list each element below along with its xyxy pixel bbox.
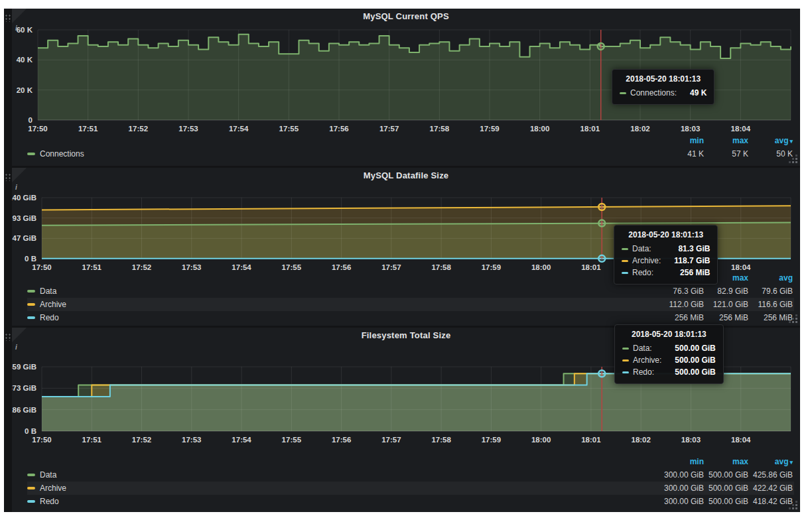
x-axis-tick-label: 18:02 [630, 125, 649, 133]
panel-resize-handle[interactable] [795, 321, 797, 323]
tooltip-series-value: 256 MiB [671, 267, 710, 279]
legend-series-row: Archive112.0 GiB121.0 GiB116.6 GiB [27, 298, 794, 311]
legend-min-value: 300.00 GiB [661, 484, 705, 493]
tooltip-series-label: Archive: [633, 354, 661, 366]
x-axis-tick-label: 17:53 [182, 436, 201, 444]
panel-drag-grip[interactable] [5, 14, 11, 22]
legend-min-value: 300.00 GiB [661, 470, 705, 480]
crosshair-point-marker [598, 370, 605, 377]
y-axis-tick-label: 0 B [25, 255, 36, 263]
x-axis-tick-label: 17:53 [178, 125, 198, 133]
legend-sort-min[interactable]: min [661, 136, 705, 145]
tooltip-series-row: Data:81.3 GiB [622, 243, 710, 255]
x-axis-tick-label: 18:03 [681, 436, 701, 444]
x-axis-tick-label: 17:56 [332, 263, 351, 271]
y-axis-tick-label: 0 [29, 116, 33, 124]
series-color-dash-icon [622, 248, 628, 250]
x-axis-tick-label: 18:04 [731, 436, 751, 444]
legend-series-redo[interactable]: Redo [27, 497, 661, 506]
x-axis-tick-label: 17:57 [381, 263, 401, 271]
legend-avg-value: 79.6 GiB [750, 287, 794, 296]
x-axis-tick-label: 18:01 [581, 436, 601, 444]
series-color-dash-icon [27, 303, 35, 306]
tooltip-series-label: Archive: [632, 255, 661, 267]
legend-max-value: 256 MiB [705, 313, 750, 322]
legend-series-row: Connections41 K57 K50 K [27, 147, 794, 161]
series-color-dash-icon [622, 348, 629, 350]
tooltip-series-value: 118.7 GiB [665, 255, 710, 267]
tooltip-series-label: Data: [632, 243, 651, 255]
panel-drag-grip[interactable] [5, 333, 11, 341]
legend-min-value: 300.00 GiB [661, 497, 705, 506]
x-axis-tick-label: 18:00 [531, 263, 551, 271]
legend-max-value: 500.00 GiB [705, 497, 750, 506]
y-axis-tick-label: 47 GiB [13, 234, 36, 242]
crosshair-point-marker [598, 204, 605, 210]
x-axis-tick-label: 18:01 [580, 125, 600, 133]
tooltip-series-label: Data: [633, 342, 652, 354]
x-axis-tick-label: 18:01 [581, 263, 601, 271]
tooltip-series-row: Connections:49 K [620, 87, 707, 99]
crosshair-point-marker [598, 255, 605, 262]
y-axis-tick-label: 559 GiB [12, 363, 36, 371]
tooltip-series-value: 500.00 GiB [665, 354, 715, 366]
legend-series-data[interactable]: Data [27, 287, 661, 296]
x-axis-tick-label: 17:55 [282, 436, 302, 444]
graph-tooltip-datafile: 2018-05-20 18:01:13Data:81.3 GiBArchive:… [614, 225, 718, 285]
tooltip-series-row: Data:500.00 GiB [622, 342, 716, 354]
graph-tooltip-filesystem: 2018-05-20 18:01:13Data:500.00 GiBArchiv… [614, 324, 724, 384]
legend-avg-value: 418.42 GiB [750, 497, 794, 506]
x-axis-tick-label: 17:50 [32, 263, 51, 271]
x-axis-tick-label: 18:04 [731, 263, 751, 271]
series-color-dash-icon [622, 371, 629, 373]
tooltip-series-value: 500.00 GiB [665, 366, 715, 378]
y-axis-tick-label: 140 GiB [12, 194, 36, 202]
legend-sort-avg[interactable]: avg▾ [750, 136, 794, 145]
legend-series-row: Redo256 MiB256 MiB256 MiB [27, 311, 794, 324]
legend-series-archive[interactable]: Archive [27, 484, 661, 493]
x-axis-tick-label: 17:55 [279, 125, 299, 133]
legend-series-row: Data76.3 GiB82.9 GiB79.6 GiB [27, 285, 794, 298]
legend-sort-avg[interactable]: avg [750, 273, 794, 283]
legend-sort-max[interactable]: max [705, 136, 750, 145]
legend-max-value: 500.00 GiB [705, 470, 750, 480]
x-axis-tick-label: 17:51 [82, 436, 102, 444]
crosshair-point-marker [598, 43, 604, 50]
legend-series-data[interactable]: Data [27, 470, 661, 480]
x-axis-tick-label: 17:57 [381, 436, 401, 444]
panel-drag-grip[interactable] [5, 173, 11, 181]
legend-avg-value: 425.86 GiB [750, 470, 794, 480]
legend-avg-value: 256 MiB [750, 313, 794, 322]
legend-series-connections[interactable]: Connections [27, 149, 661, 159]
legend-sort-avg[interactable]: avg▾ [750, 457, 794, 466]
legend-series-redo[interactable]: Redo [27, 313, 661, 322]
legend-min-value: 76.3 GiB [661, 287, 705, 296]
series-color-dash-icon [622, 272, 628, 274]
x-axis-tick-label: 18:03 [681, 125, 700, 133]
legend-avg-value: 50 K [750, 149, 794, 159]
legend-sort-min[interactable]: min [661, 457, 705, 466]
x-axis-tick-label: 18:00 [531, 436, 551, 444]
x-axis-tick-label: 17:52 [132, 436, 151, 444]
legend-series-archive[interactable]: Archive [27, 300, 661, 309]
x-axis-tick-label: 17:50 [32, 436, 51, 444]
x-axis-tick-label: 17:59 [482, 436, 501, 444]
sort-caret-icon: ▾ [789, 138, 793, 145]
x-axis-tick-label: 17:58 [431, 263, 451, 271]
tooltip-series-value: 49 K [681, 87, 707, 99]
y-axis-tick-label: 0 B [25, 427, 36, 435]
legend-series-row: Data300.00 GiB500.00 GiB425.86 GiB [27, 468, 794, 482]
y-axis-tick-label: 60 K [17, 26, 33, 34]
grafana-dashboard-page: i MySQL Current QPS 60 K40 K20 K017:5017… [0, 0, 812, 520]
x-axis-tick-label: 18:04 [731, 125, 751, 133]
x-axis-tick-label: 17:55 [282, 263, 302, 271]
x-axis-tick-label: 17:59 [480, 125, 499, 133]
x-axis-tick-label: 17:59 [482, 263, 501, 271]
panel-resize-handle[interactable] [795, 161, 797, 163]
legend-sort-max[interactable]: max [705, 457, 750, 466]
y-axis-tick-label: 93 GiB [13, 214, 36, 222]
legend-min-value: 112.0 GiB [661, 300, 705, 309]
tooltip-series-row: Redo:256 MiB [622, 267, 710, 279]
legend-table: minmaxavg▾Data300.00 GiB500.00 GiB425.86… [27, 455, 794, 508]
panel-resize-handle[interactable] [795, 507, 797, 509]
